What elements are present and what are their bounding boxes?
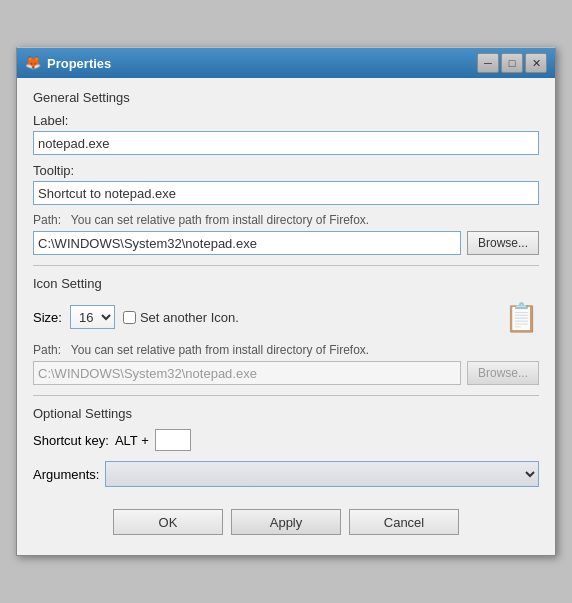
button-row: OK Apply Cancel — [33, 497, 539, 539]
set-icon-checkbox[interactable] — [123, 311, 136, 324]
close-button[interactable]: ✕ — [525, 53, 547, 73]
general-settings-label: General Settings — [33, 90, 539, 105]
tooltip-field-label: Tooltip: — [33, 163, 539, 178]
restore-button[interactable]: □ — [501, 53, 523, 73]
icon-preview: 📋 — [503, 299, 539, 335]
icon-setting-row: Size: 16 24 32 48 Set another Icon. 📋 — [33, 299, 539, 335]
icon-browse-button: Browse... — [467, 361, 539, 385]
divider-2 — [33, 395, 539, 396]
size-select[interactable]: 16 24 32 48 — [70, 305, 115, 329]
path-input-row: Browse... — [33, 231, 539, 255]
divider-1 — [33, 265, 539, 266]
dialog-content: General Settings Label: Tooltip: Path: Y… — [17, 78, 555, 555]
properties-window: 🦊 Properties ─ □ ✕ General Settings Labe… — [16, 47, 556, 556]
shortcut-key-label: Shortcut key: — [33, 433, 109, 448]
notepad-icon: 📋 — [504, 301, 539, 334]
apply-button[interactable]: Apply — [231, 509, 341, 535]
label-field-label: Label: — [33, 113, 539, 128]
title-controls: ─ □ ✕ — [477, 53, 547, 73]
cancel-button[interactable]: Cancel — [349, 509, 459, 535]
title-bar-left: 🦊 Properties — [25, 55, 111, 71]
optional-settings-label: Optional Settings — [33, 406, 539, 421]
icon-path-note: Path: You can set relative path from ins… — [33, 343, 539, 357]
icon-setting-label: Icon Setting — [33, 276, 539, 291]
size-label: Size: — [33, 310, 62, 325]
set-icon-checkbox-label[interactable]: Set another Icon. — [123, 310, 239, 325]
arguments-select[interactable] — [105, 461, 539, 487]
arguments-row: Arguments: — [33, 461, 539, 487]
title-bar: 🦊 Properties ─ □ ✕ — [17, 48, 555, 78]
minimize-button[interactable]: ─ — [477, 53, 499, 73]
ok-button[interactable]: OK — [113, 509, 223, 535]
browse-button[interactable]: Browse... — [467, 231, 539, 255]
label-input[interactable] — [33, 131, 539, 155]
path-note: Path: You can set relative path from ins… — [33, 213, 539, 227]
alt-text: ALT + — [115, 433, 149, 448]
window-title: Properties — [47, 56, 111, 71]
shortcut-row: Shortcut key: ALT + — [33, 429, 539, 451]
icon-path-input-row: Browse... — [33, 361, 539, 385]
icon-path-input — [33, 361, 461, 385]
app-icon: 🦊 — [25, 55, 41, 71]
path-label-text: Path: — [33, 213, 71, 227]
path-input[interactable] — [33, 231, 461, 255]
tooltip-input[interactable] — [33, 181, 539, 205]
shortcut-input[interactable] — [155, 429, 191, 451]
arguments-label: Arguments: — [33, 467, 99, 482]
